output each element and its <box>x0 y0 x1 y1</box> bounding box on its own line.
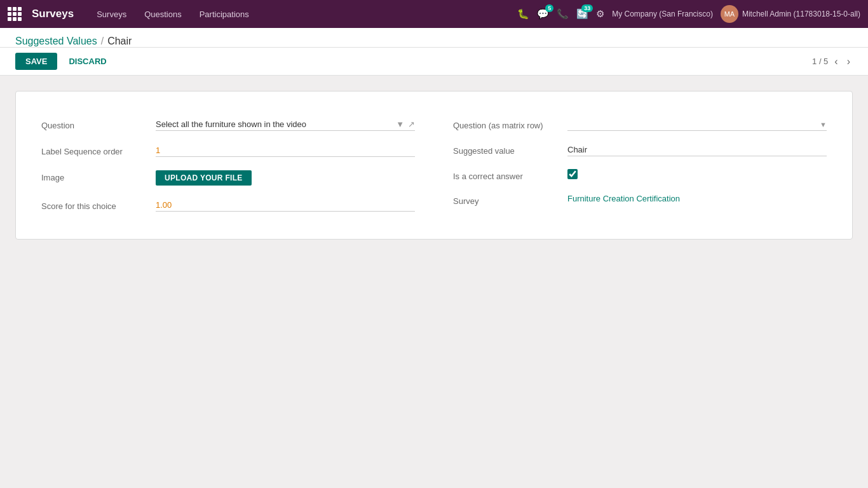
score-field <box>156 199 415 212</box>
question-input-wrapper: ▼ ↗ <box>156 118 415 131</box>
score-label: Score for this choice <box>41 199 156 211</box>
correct-answer-label: Is a correct answer <box>453 169 567 181</box>
topbar-nav: Surveys Questions Participations <box>89 7 512 22</box>
form-right: Question (as matrix row) ▼ Suggested val… <box>453 112 827 219</box>
question-input[interactable] <box>156 118 392 130</box>
correct-answer-field <box>567 169 827 179</box>
upload-button[interactable]: UPLOAD YOUR FILE <box>156 170 252 186</box>
pager-prev[interactable]: ‹ <box>832 55 840 69</box>
activity-badge: 33 <box>581 4 593 12</box>
app-brand[interactable]: Surveys <box>32 8 74 20</box>
label-seq-row: Label Sequence order <box>41 138 415 164</box>
avatar: MA <box>721 5 738 23</box>
question-matrix-select[interactable] <box>567 118 820 130</box>
suggested-value-input[interactable] <box>567 144 827 156</box>
phone-icon[interactable]: 📞 <box>557 8 569 20</box>
question-field: ▼ ↗ <box>156 118 415 131</box>
dropdown-icon[interactable]: ▼ <box>396 119 404 129</box>
score-input[interactable] <box>156 199 415 212</box>
breadcrumb-sep: / <box>101 36 104 47</box>
survey-row: Survey Furniture Creation Certification <box>453 187 827 212</box>
correct-answer-row: Is a correct answer <box>453 163 827 187</box>
question-label: Question <box>41 118 156 130</box>
suggested-value-label: Suggested value <box>453 144 567 156</box>
question-matrix-label: Question (as matrix row) <box>453 118 567 130</box>
discard-button[interactable]: DISCARD <box>62 53 112 70</box>
user-info: MA Mitchell Admin (11783018-15-0-all) <box>721 5 860 23</box>
pager: 1 / 5 ‹ › <box>812 55 853 69</box>
suggested-value-row: Suggested value <box>453 137 827 163</box>
correct-answer-checkbox[interactable] <box>567 169 578 179</box>
breadcrumb-area: Suggested Values / Chair <box>0 28 868 48</box>
settings-icon[interactable]: ⚙ <box>596 8 604 20</box>
breadcrumb-parent[interactable]: Suggested Values <box>15 36 97 47</box>
chat-icon[interactable]: 💬 5 <box>537 8 549 20</box>
image-row: Image UPLOAD YOUR FILE <box>41 164 415 193</box>
breadcrumb-current: Chair <box>107 36 132 47</box>
question-matrix-select-wrapper: ▼ <box>567 118 827 131</box>
suggested-value-field <box>567 144 827 156</box>
label-seq-input[interactable] <box>156 144 415 157</box>
question-row: Question ▼ ↗ <box>41 112 415 138</box>
score-row: Score for this choice <box>41 193 415 219</box>
question-matrix-field: ▼ <box>567 118 827 131</box>
company-name: My Company (San Francisco) <box>612 10 713 18</box>
correct-answer-checkbox-wrapper <box>567 169 827 179</box>
apps-icon[interactable] <box>8 7 22 21</box>
nav-questions[interactable]: Questions <box>137 7 189 22</box>
nav-participations[interactable]: Participations <box>192 7 257 22</box>
chat-badge: 5 <box>545 4 553 12</box>
action-bar: SAVE DISCARD 1 / 5 ‹ › <box>0 48 868 76</box>
pager-next[interactable]: › <box>844 55 853 69</box>
save-button[interactable]: SAVE <box>15 53 57 70</box>
label-seq-label: Label Sequence order <box>41 144 156 156</box>
form-grid: Question ▼ ↗ Label Sequence order <box>41 112 827 219</box>
survey-field: Furniture Creation Certification <box>567 194 827 203</box>
topbar-right: 🐛 💬 5 📞 🔄 33 ⚙ My Company (San Francisco… <box>517 5 860 23</box>
main-content: Question ▼ ↗ Label Sequence order <box>0 76 868 255</box>
nav-surveys[interactable]: Surveys <box>89 7 134 22</box>
question-matrix-row: Question (as matrix row) ▼ <box>453 112 827 137</box>
form-left: Question ▼ ↗ Label Sequence order <box>41 112 415 219</box>
survey-link[interactable]: Furniture Creation Certification <box>567 194 680 203</box>
form-card: Question ▼ ↗ Label Sequence order <box>15 91 853 240</box>
breadcrumb: Suggested Values / Chair <box>15 36 132 47</box>
image-label: Image <box>41 170 156 182</box>
select-arrow-icon: ▼ <box>820 121 827 128</box>
label-seq-field <box>156 144 415 157</box>
username: Mitchell Admin (11783018-15-0-all) <box>742 10 860 18</box>
topbar: Surveys Surveys Questions Participations… <box>0 0 868 28</box>
bug-icon[interactable]: 🐛 <box>517 8 529 20</box>
external-link-icon[interactable]: ↗ <box>408 119 415 129</box>
activity-icon[interactable]: 🔄 33 <box>576 8 588 20</box>
image-field: UPLOAD YOUR FILE <box>156 170 415 186</box>
survey-label: Survey <box>453 194 567 206</box>
pager-text: 1 / 5 <box>812 57 828 66</box>
